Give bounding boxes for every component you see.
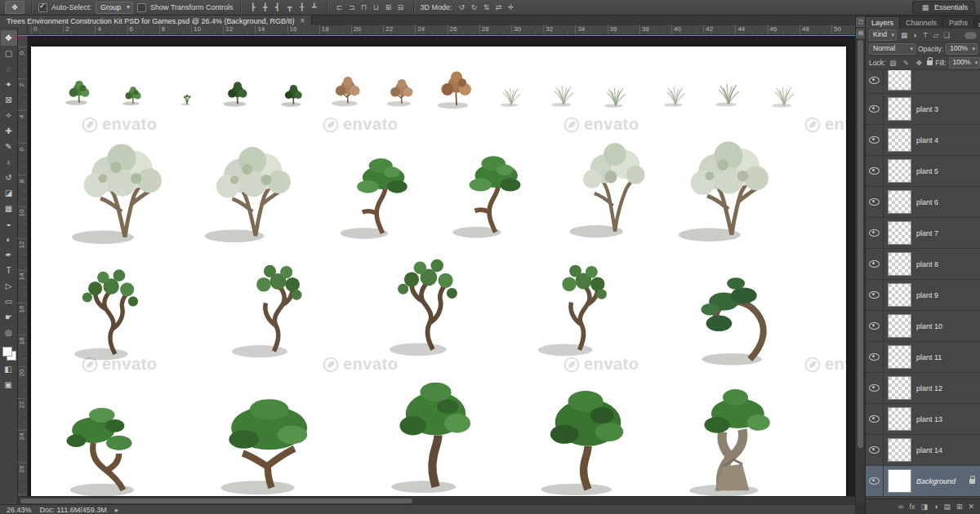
layer-filter-icon[interactable]: T bbox=[920, 31, 930, 39]
layer-row[interactable]: plant 7 bbox=[866, 218, 980, 249]
layer-filter-icon[interactable]: ▱ bbox=[931, 31, 941, 39]
layer-row[interactable]: plant 12 bbox=[866, 373, 980, 404]
crop-tool[interactable]: ⊠ bbox=[1, 92, 17, 108]
layer-row[interactable]: plant 11 bbox=[866, 342, 980, 373]
align-icon[interactable]: ┫ bbox=[272, 3, 283, 11]
panel-tab-channels[interactable]: Channels bbox=[900, 17, 943, 29]
layer-row[interactable]: plant 6 bbox=[866, 187, 980, 218]
panel-tab-paths[interactable]: Paths bbox=[943, 17, 974, 29]
distribute-icon[interactable]: ⊓ bbox=[359, 3, 370, 11]
visibility-toggle[interactable] bbox=[866, 280, 884, 310]
layer-filter-icon[interactable]: ❏ bbox=[942, 31, 951, 39]
panel-menu-icon[interactable]: ≣ bbox=[974, 21, 980, 29]
layer-name[interactable]: plant 10 bbox=[916, 322, 980, 330]
lock-all-icon[interactable] bbox=[927, 60, 933, 65]
layer-name[interactable]: plant 7 bbox=[916, 229, 980, 237]
layer-group-icon[interactable]: ▤ bbox=[943, 503, 951, 511]
layer-name[interactable]: plant 14 bbox=[916, 446, 980, 454]
layer-thumbnail[interactable] bbox=[888, 376, 911, 400]
auto-select-mode-dropdown[interactable]: Group bbox=[96, 2, 133, 14]
layer-name[interactable]: plant 12 bbox=[916, 384, 980, 392]
opacity-dropdown[interactable]: 100% bbox=[946, 43, 978, 55]
distribute-icon[interactable]: ⊐ bbox=[346, 3, 358, 11]
visibility-toggle[interactable] bbox=[866, 466, 884, 496]
layer-mask-icon[interactable]: ◨ bbox=[920, 503, 928, 511]
layer-thumbnail[interactable] bbox=[888, 314, 911, 338]
layer-name[interactable]: plant 3 bbox=[916, 105, 980, 113]
quick-selection-tool[interactable]: ✦ bbox=[1, 77, 17, 92]
layer-thumbnail[interactable] bbox=[888, 128, 911, 152]
3d-mode-icon[interactable]: ✛ bbox=[506, 3, 517, 11]
layer-row[interactable]: plant 5 bbox=[866, 156, 980, 187]
align-icon[interactable]: ╋ bbox=[260, 3, 271, 11]
align-icon[interactable]: ┻ bbox=[309, 3, 320, 11]
layer-thumbnail[interactable] bbox=[888, 283, 911, 307]
visibility-toggle[interactable] bbox=[866, 70, 884, 91]
tab-close-icon[interactable]: × bbox=[300, 17, 305, 25]
clone-stamp-tool[interactable]: ♁ bbox=[1, 154, 17, 170]
blend-mode-dropdown[interactable]: Normal bbox=[869, 43, 915, 55]
layer-row[interactable]: Background bbox=[866, 466, 980, 497]
layer-filter-icon[interactable]: ◑ bbox=[910, 31, 920, 39]
3d-mode-icon[interactable]: ⇄ bbox=[493, 3, 505, 11]
layer-thumbnail[interactable] bbox=[888, 252, 911, 276]
link-layers-icon[interactable]: ∞ bbox=[898, 503, 903, 511]
layer-name[interactable]: plant 4 bbox=[916, 136, 980, 144]
new-layer-icon[interactable]: ⊞ bbox=[956, 503, 963, 511]
align-icon[interactable]: ╂ bbox=[296, 3, 308, 11]
path-selection-tool[interactable]: ▷ bbox=[1, 278, 17, 294]
layer-filter-icon[interactable]: ▦ bbox=[899, 31, 909, 39]
visibility-toggle[interactable] bbox=[866, 373, 884, 403]
visibility-toggle[interactable] bbox=[866, 404, 884, 434]
distribute-icon[interactable]: ⊟ bbox=[395, 3, 407, 11]
vertical-ruler[interactable]: 0246810121416182022242628 bbox=[18, 36, 28, 496]
align-icon[interactable]: ┣ bbox=[247, 3, 259, 11]
eyedropper-tool[interactable]: ✧ bbox=[1, 108, 17, 123]
visibility-toggle[interactable] bbox=[866, 311, 884, 341]
visibility-toggle[interactable] bbox=[866, 156, 884, 186]
lock-option-icon[interactable]: ▨ bbox=[888, 59, 898, 67]
brush-tool[interactable]: ✎ bbox=[1, 139, 17, 154]
layer-filter-toggle[interactable] bbox=[964, 32, 977, 39]
layer-name[interactable]: plant 11 bbox=[916, 353, 980, 361]
visibility-toggle[interactable] bbox=[866, 249, 884, 279]
show-transform-checkbox[interactable] bbox=[137, 3, 146, 12]
type-tool[interactable]: T bbox=[1, 263, 17, 278]
layer-thumbnail[interactable] bbox=[888, 438, 911, 462]
layer-thumbnail[interactable] bbox=[888, 97, 911, 121]
layer-name[interactable]: plant 5 bbox=[916, 167, 980, 175]
layer-thumbnail[interactable] bbox=[888, 190, 911, 214]
panel-tab-layers[interactable]: Layers bbox=[866, 17, 900, 29]
visibility-toggle[interactable] bbox=[866, 218, 884, 248]
layer-thumbnail[interactable] bbox=[888, 159, 911, 183]
vertical-scrollbar-thumb[interactable] bbox=[858, 40, 863, 448]
zoom-tool[interactable]: ◎ bbox=[1, 325, 17, 340]
move-tool[interactable]: ✥ bbox=[1, 30, 17, 46]
layer-row[interactable]: plant 14 bbox=[866, 435, 980, 466]
layer-row[interactable]: plant 4 bbox=[866, 125, 980, 156]
visibility-toggle[interactable] bbox=[866, 125, 884, 155]
foreground-color-swatch[interactable] bbox=[2, 347, 12, 357]
color-swatches[interactable] bbox=[2, 347, 16, 360]
layer-row[interactable]: plant 3 bbox=[866, 94, 980, 125]
pen-tool[interactable]: ✒ bbox=[1, 247, 17, 263]
visibility-toggle[interactable] bbox=[866, 94, 884, 124]
lock-option-icon[interactable]: ✥ bbox=[914, 59, 924, 67]
filter-kind-dropdown[interactable]: Kind bbox=[869, 29, 897, 41]
layer-name[interactable]: plant 9 bbox=[916, 291, 980, 299]
3d-mode-icon[interactable]: ↺ bbox=[457, 3, 468, 11]
history-brush-tool[interactable]: ↺ bbox=[1, 170, 17, 185]
layer-row[interactable]: plant 9 bbox=[866, 280, 980, 311]
layer-name[interactable]: plant 13 bbox=[916, 415, 980, 423]
lock-option-icon[interactable]: ✎ bbox=[901, 59, 911, 67]
layer-name[interactable]: plant 6 bbox=[916, 198, 980, 206]
rectangular-marquee-tool[interactable]: ▢ bbox=[1, 46, 17, 61]
screen-mode-button[interactable]: ▣ bbox=[0, 377, 16, 392]
3d-mode-icon[interactable]: ⇅ bbox=[481, 3, 492, 11]
healing-brush-tool[interactable]: ✚ bbox=[1, 123, 17, 139]
shape-tool[interactable]: ▭ bbox=[1, 294, 17, 309]
dodge-tool[interactable]: ◐ bbox=[1, 232, 17, 247]
canvas-pasteboard[interactable]: envatoenvatoenvatoenvatoenvatoenvatoenva… bbox=[28, 36, 855, 496]
horizontal-scrollbar-thumb[interactable] bbox=[20, 498, 412, 503]
distribute-icon[interactable]: ⊏ bbox=[334, 3, 345, 11]
